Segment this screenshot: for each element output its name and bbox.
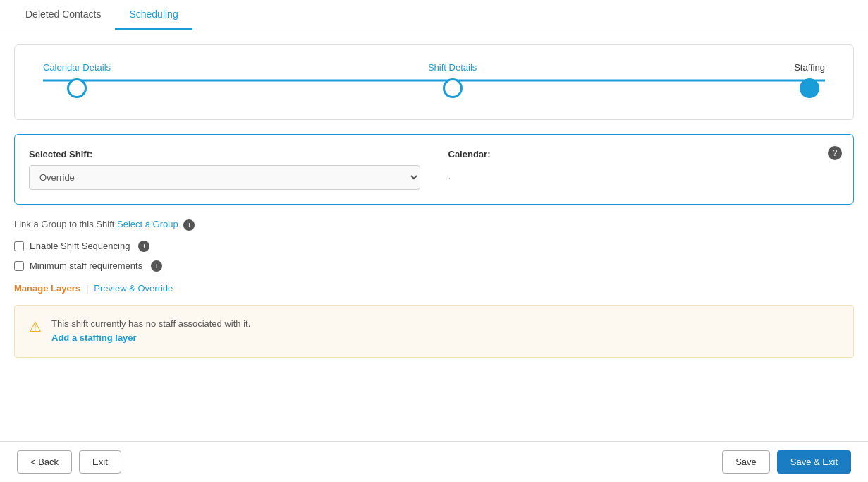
wizard-container: Calendar Details Shift Details Staffing (14, 44, 854, 120)
wizard-step-calendar-circle (67, 78, 87, 98)
manage-layers-divider: | (86, 283, 88, 294)
warning-box: ⚠ This shift currently has no staff asso… (14, 305, 854, 359)
select-group-link[interactable]: Select a Group (117, 219, 178, 229)
warning-text: This shift currently has no staff associ… (51, 317, 250, 347)
tab-deleted-contacts[interactable]: Deleted Contacts (11, 0, 115, 30)
min-staff-label: Minimum staff requirements (30, 260, 142, 271)
wizard-step-calendar-details[interactable]: Calendar Details (43, 62, 111, 98)
wizard-steps: Calendar Details Shift Details Staffing (43, 62, 825, 98)
add-staffing-layer-link[interactable]: Add a staffing layer (51, 331, 250, 346)
wizard-step-shift-label: Shift Details (428, 62, 477, 73)
tab-scheduling-label: Scheduling (129, 8, 178, 20)
wizard-step-staffing-label: Staffing (794, 62, 825, 73)
calendar-label: Calendar: (448, 149, 840, 159)
shift-col-calendar: Calendar: . (448, 149, 840, 190)
warning-icon: ⚠ (29, 318, 42, 335)
shift-row: Selected Shift: Override Calendar: . (29, 149, 839, 190)
wizard-step-calendar-label: Calendar Details (43, 62, 111, 73)
group-link-row: Link a Group to this Shift Select a Grou… (14, 219, 854, 231)
group-info-icon[interactable]: i (183, 219, 195, 231)
help-icon[interactable]: ? (828, 146, 842, 160)
shift-sequencing-label: Enable Shift Sequencing (30, 241, 130, 251)
min-staff-info-icon[interactable]: i (151, 260, 162, 272)
wizard-step-staffing-circle (800, 78, 819, 98)
warning-message: This shift currently has no staff associ… (51, 318, 250, 329)
wizard-step-shift-circle (443, 78, 463, 98)
selected-shift-label: Selected Shift: (29, 149, 420, 159)
calendar-value: . (448, 165, 840, 181)
preview-override-link[interactable]: Preview & Override (94, 283, 173, 294)
main-content: Calendar Details Shift Details Staffing … (0, 30, 868, 414)
tab-scheduling[interactable]: Scheduling (115, 0, 192, 30)
group-link-text: Link a Group to this Shift (14, 219, 114, 229)
checkbox-shift-sequencing-row: Enable Shift Sequencing i (14, 241, 854, 252)
shift-select[interactable]: Override (29, 165, 420, 190)
wizard-step-shift-details[interactable]: Shift Details (428, 62, 477, 98)
min-staff-checkbox[interactable] (14, 261, 24, 271)
shift-col-selected: Selected Shift: Override (29, 149, 420, 190)
tab-deleted-contacts-label: Deleted Contacts (25, 8, 101, 20)
checkbox-min-staff-row: Minimum staff requirements i (14, 260, 854, 272)
shift-sequencing-checkbox[interactable] (14, 241, 24, 251)
shift-section: ? Selected Shift: Override Calendar: . (14, 134, 854, 205)
manage-layers-link[interactable]: Manage Layers (14, 283, 80, 294)
top-tabs: Deleted Contacts Scheduling (0, 0, 868, 30)
wizard-step-staffing[interactable]: Staffing (794, 62, 825, 98)
shift-sequencing-info-icon[interactable]: i (138, 241, 149, 252)
manage-layers-row: Manage Layers | Preview & Override (14, 283, 854, 294)
